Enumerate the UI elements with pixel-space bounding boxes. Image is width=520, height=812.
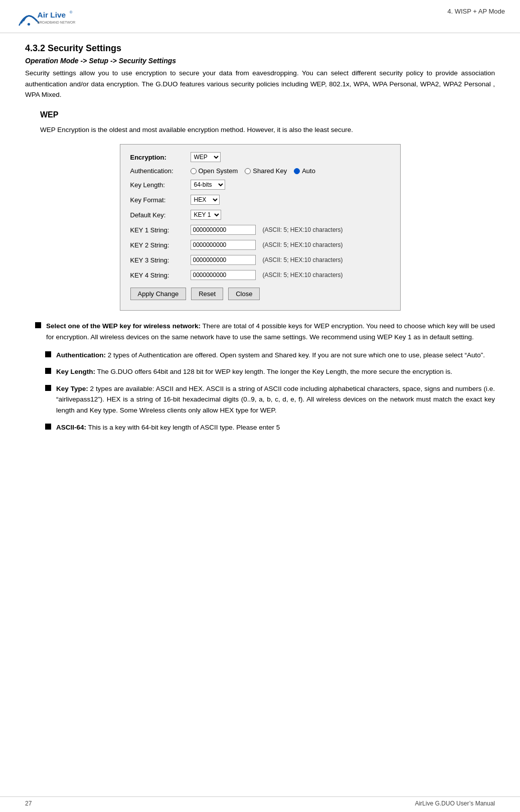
key4-row: KEY 4 String: (ASCII: 5; HEX:10 characte… <box>130 270 390 280</box>
button-row: Apply Change Reset Close <box>130 288 390 300</box>
wep-settings-panel: Encryption: WEP None WPA WPA2 Authentica… <box>120 144 401 311</box>
key-length-control[interactable]: 64-bits 128-bits <box>191 180 390 190</box>
operation-mode: Operation Mode -> Setup -> Security Sett… <box>25 57 495 65</box>
sub-bullet-ascii64: ASCII-64: This is a key with 64-bit key … <box>45 422 495 433</box>
radio-circle-auto <box>294 168 300 174</box>
default-key-row: Default Key: KEY 1 KEY 2 KEY 3 KEY 4 <box>130 210 390 220</box>
key-length-label: Key Length: <box>130 181 191 189</box>
svg-point-0 <box>28 23 30 26</box>
key-format-row: Key Format: HEX ASCII <box>130 195 390 205</box>
key1-row: KEY 1 String: (ASCII: 5; HEX:10 characte… <box>130 225 390 235</box>
section-title: 4.3.2 Security Settings <box>25 43 495 54</box>
svg-text:Air Live: Air Live <box>38 11 66 19</box>
sub-bullet-authentication: Authentication: 2 types of Authenticatio… <box>45 350 495 361</box>
sub-bullet-label-ascii64: ASCII-64: <box>56 424 86 431</box>
bullet-text-wep-key: Select one of the WEP key for wireless n… <box>46 321 495 342</box>
sub-bullet-key-type: Key Type: 2 types are available: ASCII a… <box>45 383 495 416</box>
encryption-select[interactable]: WEP None WPA WPA2 <box>191 152 221 162</box>
key2-label: KEY 2 String: <box>130 241 191 249</box>
sub-bullet-text-key-length: Key Length: The G.DUO offers 64bit and 1… <box>56 366 495 377</box>
radio-label-shared: Shared Key <box>253 167 287 175</box>
bullet-icon-wep-key <box>35 322 41 328</box>
wep-title: WEP <box>40 110 495 119</box>
default-key-control[interactable]: KEY 1 KEY 2 KEY 3 KEY 4 <box>191 210 390 220</box>
authentication-label: Authentication: <box>130 167 191 175</box>
key1-hint: (ASCII: 5; HEX:10 characters) <box>263 226 343 233</box>
key4-input[interactable] <box>191 270 256 280</box>
radio-label-auto: Auto <box>302 167 315 175</box>
sub-bullet-body-ascii64: This is a key with 64-bit key length of … <box>88 424 280 431</box>
bullet-icon-key-length <box>45 368 51 374</box>
key1-control: (ASCII: 5; HEX:10 characters) <box>191 225 390 235</box>
key-length-row: Key Length: 64-bits 128-bits <box>130 180 390 190</box>
svg-text:®: ® <box>70 10 73 15</box>
bullet-wep-key: Select one of the WEP key for wireless n… <box>35 321 495 342</box>
key3-hint: (ASCII: 5; HEX:10 characters) <box>263 256 343 263</box>
key4-label: KEY 4 String: <box>130 272 191 279</box>
key-format-select[interactable]: HEX ASCII <box>191 195 220 205</box>
radio-circle-open <box>191 168 197 174</box>
key2-row: KEY 2 String: (ASCII: 5; HEX:10 characte… <box>130 240 390 250</box>
wep-description: WEP Encryption is the oldest and most av… <box>40 124 495 136</box>
radio-label-open: Open System <box>199 167 238 175</box>
radio-open-system[interactable]: Open System <box>191 167 238 175</box>
sub-bullet-label-key-type: Key Type: <box>56 385 88 392</box>
key-format-label: Key Format: <box>130 196 191 204</box>
authentication-control: Open System Shared Key Auto <box>191 167 390 175</box>
key4-control: (ASCII: 5; HEX:10 characters) <box>191 270 390 280</box>
radio-auto[interactable]: Auto <box>294 167 315 175</box>
apply-change-button[interactable]: Apply Change <box>130 288 187 300</box>
key4-hint: (ASCII: 5; HEX:10 characters) <box>263 272 343 279</box>
sub-bullet-text-ascii64: ASCII-64: This is a key with 64-bit key … <box>56 422 495 433</box>
sub-bullet-text-authentication: Authentication: 2 types of Authenticatio… <box>56 350 495 361</box>
default-key-select[interactable]: KEY 1 KEY 2 KEY 3 KEY 4 <box>191 210 221 220</box>
page-header: Air Live ® BROADBAND NETWORK 4. WISP + A… <box>0 0 520 33</box>
airlive-logo: Air Live ® BROADBAND NETWORK <box>15 5 75 30</box>
main-content: 4.3.2 Security Settings Operation Mode -… <box>0 33 520 454</box>
key-length-select[interactable]: 64-bits 128-bits <box>191 180 225 190</box>
footer-page-number: 27 <box>25 800 32 807</box>
bullets-section: Select one of the WEP key for wireless n… <box>35 321 495 342</box>
footer-right-text: AirLive G.DUO User’s Manual <box>415 800 495 807</box>
authentication-row: Authentication: Open System Shared Key A… <box>130 167 390 175</box>
radio-circle-shared <box>245 168 251 174</box>
intro-paragraph: Security settings allow you to use encry… <box>25 68 495 100</box>
key2-hint: (ASCII: 5; HEX:10 characters) <box>263 241 343 248</box>
sub-bullets-section: Authentication: 2 types of Authenticatio… <box>45 350 495 433</box>
key3-control: (ASCII: 5; HEX:10 characters) <box>191 255 390 265</box>
close-button[interactable]: Close <box>228 288 260 300</box>
bullet-icon-key-type <box>45 385 51 391</box>
bullet-icon-ascii64 <box>45 424 51 430</box>
page-mode-label: 4. WISP + AP Mode <box>447 5 505 15</box>
key1-input[interactable] <box>191 225 256 235</box>
svg-text:BROADBAND NETWORK: BROADBAND NETWORK <box>38 21 75 24</box>
sub-bullet-body-key-type: 2 types are available: ASCII and HEX. AS… <box>56 385 495 414</box>
reset-button[interactable]: Reset <box>191 288 223 300</box>
key3-row: KEY 3 String: (ASCII: 5; HEX:10 characte… <box>130 255 390 265</box>
key3-label: KEY 3 String: <box>130 256 191 264</box>
encryption-label: Encryption: <box>130 154 191 161</box>
key1-label: KEY 1 String: <box>130 226 191 234</box>
sub-bullet-body-authentication: 2 types of Authentication are offered. O… <box>108 351 485 359</box>
key3-input[interactable] <box>191 255 256 265</box>
page-footer: 27 AirLive G.DUO User’s Manual <box>0 796 520 807</box>
encryption-control[interactable]: WEP None WPA WPA2 <box>191 152 390 162</box>
radio-shared-key[interactable]: Shared Key <box>245 167 287 175</box>
key2-input[interactable] <box>191 240 256 250</box>
bullet-icon-authentication <box>45 351 51 357</box>
sub-bullet-text-key-type: Key Type: 2 types are available: ASCII a… <box>56 383 495 416</box>
bullet-label-wep-key: Select one of the WEP key for wireless n… <box>46 322 201 330</box>
key2-control: (ASCII: 5; HEX:10 characters) <box>191 240 390 250</box>
key-format-control[interactable]: HEX ASCII <box>191 195 390 205</box>
sub-bullet-label-authentication: Authentication: <box>56 351 106 359</box>
sub-bullet-body-key-length: The G.DUO offers 64bit and 128 bit for W… <box>97 368 452 375</box>
sub-bullet-label-key-length: Key Length: <box>56 368 95 375</box>
logo-area: Air Live ® BROADBAND NETWORK <box>15 5 75 30</box>
encryption-row: Encryption: WEP None WPA WPA2 <box>130 152 390 162</box>
sub-bullet-key-length: Key Length: The G.DUO offers 64bit and 1… <box>45 366 495 377</box>
default-key-label: Default Key: <box>130 211 191 219</box>
